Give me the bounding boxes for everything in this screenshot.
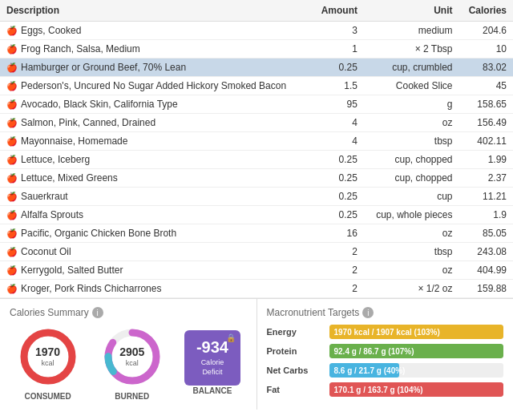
macro-bar-text: 8.6 g / 21.7 g (40%) xyxy=(334,366,406,375)
macro-name: Net Carbs xyxy=(267,365,325,375)
food-name: 🍎Lettuce, Mixed Greens xyxy=(0,169,312,188)
table-row[interactable]: 🍎Coconut Oil2tbsp243.08 xyxy=(0,243,513,261)
macro-name: Energy xyxy=(267,327,325,337)
food-amount: 4 xyxy=(312,132,364,151)
food-unit: cup, chopped xyxy=(364,151,459,169)
food-name: 🍎Alfalfa Sprouts xyxy=(0,206,312,224)
food-amount: 0.25 xyxy=(312,59,364,77)
food-calories: 11.21 xyxy=(459,188,513,206)
table-row[interactable]: 🍎Lettuce, Mixed Greens0.25cup, chopped2.… xyxy=(0,169,513,188)
food-icon: 🍎 xyxy=(6,44,18,55)
food-amount: 4 xyxy=(312,114,364,132)
bottom-panels: Calories Summary i 1970 kcal CONSUMED xyxy=(0,298,513,410)
food-amount: 0.25 xyxy=(312,169,364,188)
balance-chart: 🔒 -934 CalorieDeficit Calorie Deficit BA… xyxy=(184,330,240,394)
food-unit: medium xyxy=(364,22,459,40)
macro-bar: 8.6 g / 21.7 g (40%) xyxy=(329,363,504,378)
macro-rows: Energy1970 kcal / 1907 kcal (103%)Protei… xyxy=(267,325,504,397)
macro-row: Energy1970 kcal / 1907 kcal (103%) xyxy=(267,325,504,339)
food-name: 🍎Sauerkraut xyxy=(0,188,312,206)
col-calories: Calories xyxy=(459,0,513,22)
food-icon: 🍎 xyxy=(6,118,18,128)
table-row[interactable]: 🍎Salmon, Pink, Canned, Drained4oz156.49 xyxy=(0,114,513,132)
consumed-chart: 1970 kcal CONSUMED xyxy=(16,325,80,401)
table-row[interactable]: 🍎Pederson's, Uncured No Sugar Added Hick… xyxy=(0,77,513,95)
food-calories: 1.9 xyxy=(459,206,513,224)
food-icon: 🍎 xyxy=(6,247,18,257)
food-unit: tbsp xyxy=(364,132,459,151)
food-icon: 🍎 xyxy=(6,192,18,202)
food-icon: 🍎 xyxy=(6,26,18,36)
food-unit: cup, crumbled xyxy=(364,59,459,77)
macro-bar-text: 92.4 g / 86.7 g (107%) xyxy=(334,347,414,356)
table-row[interactable]: 🍎Alfalfa Sprouts0.25cup, whole pieces1.9 xyxy=(0,206,513,224)
burned-donut: 2905 kcal xyxy=(100,325,164,389)
balance-box: 🔒 -934 CalorieDeficit xyxy=(184,330,240,385)
food-unit: oz xyxy=(364,114,459,132)
food-name: 🍎Salmon, Pink, Canned, Drained xyxy=(0,114,312,132)
food-calories: 156.49 xyxy=(459,114,513,132)
food-name: 🍎Pacific, Organic Chicken Bone Broth xyxy=(0,224,312,243)
food-amount: 0.25 xyxy=(312,151,364,169)
food-name: 🍎Mayonnaise, Homemade xyxy=(0,132,312,151)
macro-bar-fill: 1970 kcal / 1907 kcal (103%) xyxy=(329,325,504,339)
table-row[interactable]: 🍎Kroger, Pork Rinds Chicharrones2× 1/2 o… xyxy=(0,280,513,298)
macro-row: Net Carbs8.6 g / 21.7 g (40%) xyxy=(267,363,504,378)
food-icon: 🍎 xyxy=(6,63,18,73)
macro-bar: 92.4 g / 86.7 g (107%) xyxy=(329,344,504,358)
food-amount: 2 xyxy=(312,261,364,280)
table-row[interactable]: 🍎Sauerkraut0.25cup11.21 xyxy=(0,188,513,206)
macro-name: Protein xyxy=(267,346,325,356)
food-unit: g xyxy=(364,95,459,114)
table-row[interactable]: 🍎Kerrygold, Salted Butter2oz404.99 xyxy=(0,261,513,280)
table-row[interactable]: 🍎Avocado, Black Skin, California Type95g… xyxy=(0,95,513,114)
macro-info-icon[interactable]: i xyxy=(362,307,374,318)
food-calories: 158.65 xyxy=(459,95,513,114)
food-calories: 243.08 xyxy=(459,243,513,261)
food-unit: oz xyxy=(364,224,459,243)
col-unit: Unit xyxy=(364,0,459,22)
food-unit: cup xyxy=(364,188,459,206)
calories-summary-title: Calories Summary i xyxy=(10,307,247,318)
food-amount: 1 xyxy=(312,40,364,59)
food-calories: 404.99 xyxy=(459,261,513,280)
food-icon: 🍎 xyxy=(6,265,18,276)
food-name: 🍎Eggs, Cooked xyxy=(0,22,312,40)
food-amount: 1.5 xyxy=(312,77,364,95)
col-description: Description xyxy=(0,0,312,22)
food-icon: 🍎 xyxy=(6,210,18,220)
calories-summary: Calories Summary i 1970 kcal CONSUMED xyxy=(0,299,257,410)
table-row[interactable]: 🍎Mayonnaise, Homemade4tbsp402.11 xyxy=(0,132,513,151)
table-row[interactable]: 🍎Frog Ranch, Salsa, Medium1× 2 Tbsp10 xyxy=(0,40,513,59)
macro-targets-title: Macronutrient Targets i xyxy=(267,307,504,318)
macro-bar-fill: 92.4 g / 86.7 g (107%) xyxy=(329,344,504,358)
table-row[interactable]: 🍎Lettuce, Iceberg0.25cup, chopped1.99 xyxy=(0,151,513,169)
macro-bar: 170.1 g / 163.7 g (104%) xyxy=(329,382,504,397)
food-calories: 45 xyxy=(459,77,513,95)
macro-bar-text: 170.1 g / 163.7 g (104%) xyxy=(334,386,423,394)
table-row[interactable]: 🍎Pacific, Organic Chicken Bone Broth16oz… xyxy=(0,224,513,243)
lock-icon: 🔒 xyxy=(226,333,236,342)
macro-bar: 1970 kcal / 1907 kcal (103%) xyxy=(329,325,504,339)
food-name: 🍎Kerrygold, Salted Butter xyxy=(0,261,312,280)
macro-bar-text: 1970 kcal / 1907 kcal (103%) xyxy=(334,328,440,337)
table-row[interactable]: 🍎Eggs, Cooked3medium204.6 xyxy=(0,22,513,40)
food-amount: 2 xyxy=(312,280,364,298)
food-calories: 402.11 xyxy=(459,132,513,151)
food-calories: 83.02 xyxy=(459,59,513,77)
food-amount: 0.25 xyxy=(312,206,364,224)
macro-row: Protein92.4 g / 86.7 g (107%) xyxy=(267,344,504,358)
food-amount: 16 xyxy=(312,224,364,243)
food-icon: 🍎 xyxy=(6,155,18,165)
table-row[interactable]: 🍎Hamburger or Ground Beef, 70% Lean0.25c… xyxy=(0,59,513,77)
food-icon: 🍎 xyxy=(6,228,18,239)
calories-info-icon[interactable]: i xyxy=(92,307,103,318)
food-name: 🍎Lettuce, Iceberg xyxy=(0,151,312,169)
food-name: 🍎Pederson's, Uncured No Sugar Added Hick… xyxy=(0,77,312,95)
food-unit: × 1/2 oz xyxy=(364,280,459,298)
macro-bar-fill: 170.1 g / 163.7 g (104%) xyxy=(329,382,504,397)
food-unit: × 2 Tbsp xyxy=(364,40,459,59)
food-calories: 159.88 xyxy=(459,280,513,298)
food-calories: 10 xyxy=(459,40,513,59)
burned-chart: 2905 kcal BURNED xyxy=(100,325,164,401)
